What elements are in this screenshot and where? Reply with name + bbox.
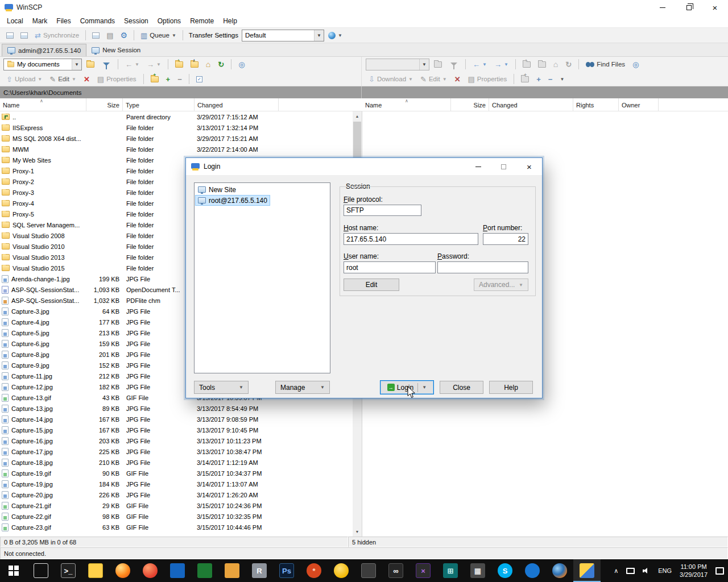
panel-layout2-button[interactable] xyxy=(18,29,31,41)
taskbar-app-yellow-button[interactable] xyxy=(328,559,355,582)
remote-path[interactable] xyxy=(362,86,728,98)
remote-root-directory-button[interactable] xyxy=(535,58,549,70)
synchronize-button[interactable]: ⇄ Synchronize xyxy=(32,29,82,41)
manage-button[interactable]: Manage ▼ xyxy=(275,381,330,394)
remote-new-directory-button[interactable]: + xyxy=(518,73,532,85)
taskbar-winscp-button[interactable] xyxy=(573,559,601,582)
session-tab-admin[interactable]: admin@217.65.5.140 xyxy=(2,44,86,56)
action-center-button[interactable] xyxy=(712,559,728,582)
tray-volume-button[interactable] xyxy=(639,559,654,582)
taskbar-skype-button[interactable]: S xyxy=(491,559,519,582)
local-new-directory-button[interactable]: + xyxy=(148,73,162,85)
file-row[interactable]: Capture-15.jpg167 KBJPG File3/13/2017 9:… xyxy=(0,425,353,435)
remote-selection-dropdown-button[interactable]: ▼ xyxy=(557,73,567,85)
local-path[interactable]: C:\Users\khark\Documents xyxy=(0,86,362,98)
remote-refresh-button[interactable]: ↻ xyxy=(562,58,574,70)
remote-select-button[interactable]: + xyxy=(533,73,544,85)
transfer-options-button[interactable]: ▼ xyxy=(325,29,345,41)
tray-display-button[interactable] xyxy=(622,559,639,582)
preferences-button[interactable]: ⚙ xyxy=(118,29,131,41)
tray-overflow-button[interactable]: ∧ xyxy=(610,559,622,582)
menu-remote[interactable]: Remote xyxy=(185,15,218,27)
local-header-name[interactable]: Name xyxy=(0,98,86,111)
remote-forward-button[interactable]: →▼ xyxy=(491,58,511,70)
taskbar-purple-x-app-button[interactable]: × xyxy=(410,559,437,582)
help-button[interactable]: Help xyxy=(489,381,533,394)
remote-header-owner[interactable]: Owner xyxy=(619,98,659,111)
file-protocol-value[interactable]: SFTP xyxy=(344,205,421,216)
local-refresh-button[interactable]: ↻ xyxy=(215,58,227,70)
remote-filter-button[interactable] xyxy=(446,58,461,70)
taskbar-remote-desktop-button[interactable]: ⊞ xyxy=(437,559,464,582)
transfer-settings-combo[interactable]: Default ▼ xyxy=(242,30,324,41)
taskbar-browser-red-button[interactable] xyxy=(136,559,164,582)
close-dialog-button[interactable]: Close xyxy=(440,381,483,394)
remote-add-bookmark-button[interactable]: ◎ xyxy=(630,58,642,70)
find-files-button[interactable]: Find Files xyxy=(583,58,628,70)
file-row[interactable]: Capture-13.jpg89 KBJPG File3/13/2017 8:5… xyxy=(0,403,353,414)
menu-commands[interactable]: Commands xyxy=(76,15,119,27)
local-select-button[interactable]: + xyxy=(163,73,173,85)
taskbar-photoshop-button[interactable]: Ps xyxy=(273,559,300,582)
scroll-up-icon[interactable]: ▲ xyxy=(353,111,362,121)
local-back-button[interactable]: ←▼ xyxy=(122,58,142,70)
taskbar-task-view-button[interactable] xyxy=(27,559,55,582)
remote-delete-button[interactable]: ✕ xyxy=(452,73,464,85)
taskbar-tool-app-button[interactable] xyxy=(355,559,382,582)
host-name-input[interactable] xyxy=(344,233,478,245)
file-row[interactable]: Capture-23.gif63 KBGIF File3/15/2017 10:… xyxy=(0,522,353,533)
taskbar-command-prompt-button[interactable]: >_ xyxy=(55,559,82,582)
file-row[interactable]: Capture-19.gif90 KBGIF File3/15/2017 10:… xyxy=(0,468,353,479)
file-row[interactable]: Capture-20.jpg226 KBJPG File3/14/2017 1:… xyxy=(0,489,353,500)
remote-parent-directory-button[interactable]: ↑ xyxy=(520,58,533,70)
local-home-directory-button[interactable]: ⌂ xyxy=(203,58,213,70)
file-row[interactable]: ..Parent directory3/29/2017 7:15:12 AM xyxy=(0,111,353,122)
remote-properties-button[interactable]: ▤ Properties xyxy=(465,73,510,85)
taskbar-infinity-app-button[interactable]: ∞ xyxy=(382,559,410,582)
console-button[interactable]: ▤ xyxy=(104,29,116,41)
local-filter-button[interactable] xyxy=(99,58,114,70)
file-row[interactable]: MS SQL 2008 X64 dist...File folder3/29/2… xyxy=(0,133,353,144)
file-row[interactable]: Capture-19.jpg184 KBJPG File3/14/2017 1:… xyxy=(0,479,353,489)
compare-button[interactable] xyxy=(89,29,102,41)
menu-help[interactable]: Help xyxy=(218,15,242,27)
site-list[interactable]: New Siteroot@217.65.5.140 xyxy=(194,182,330,373)
panel-layout-button[interactable] xyxy=(3,29,16,41)
taskbar-app-blue-button[interactable] xyxy=(164,559,191,582)
taskbar-writer-app-button[interactable] xyxy=(218,559,246,582)
file-row[interactable]: Capture-14.jpg167 KBJPG File3/13/2017 9:… xyxy=(0,414,353,425)
remote-home-directory-button[interactable]: ⌂ xyxy=(551,58,561,70)
dialog-maximize-button[interactable] xyxy=(491,158,516,175)
site-item[interactable]: root@217.65.5.140 xyxy=(195,195,270,206)
file-row[interactable]: Capture-21.gif29 KBGIF File3/15/2017 10:… xyxy=(0,500,353,511)
minimize-button[interactable] xyxy=(650,0,676,15)
local-delete-button[interactable]: ✕ xyxy=(81,73,93,85)
remote-header-changed[interactable]: Changed xyxy=(489,98,573,111)
remote-unselect-button[interactable]: − xyxy=(545,73,556,85)
file-row[interactable]: Capture-22.gif98 KBGIF File3/15/2017 10:… xyxy=(0,511,353,522)
menu-local[interactable]: Local xyxy=(2,15,28,27)
remote-edit-button[interactable]: ✎ Edit ▼ xyxy=(417,73,450,85)
local-header-size[interactable]: Size xyxy=(86,98,123,111)
port-number-input[interactable] xyxy=(483,233,528,245)
local-add-bookmark-button[interactable]: ◎ xyxy=(235,58,247,70)
user-name-input[interactable] xyxy=(344,261,436,273)
remote-back-button[interactable]: ←▼ xyxy=(470,58,490,70)
menu-session[interactable]: Session xyxy=(119,15,153,27)
taskbar-browser-orange-button[interactable] xyxy=(546,559,573,582)
start-button[interactable] xyxy=(0,559,27,582)
local-header-changed[interactable]: Changed xyxy=(195,98,279,111)
clock[interactable]: 11:00 PM 3/29/2017 xyxy=(676,559,712,582)
taskbar-app-green-button[interactable] xyxy=(191,559,218,582)
site-item[interactable]: New Site xyxy=(195,184,239,195)
taskbar-r-app-button[interactable]: R xyxy=(246,559,273,582)
file-row[interactable]: Capture-16.jpg203 KBJPG File3/13/2017 10… xyxy=(0,435,353,446)
local-root-directory-button[interactable]: / xyxy=(188,58,201,70)
advanced-button[interactable]: Advanced... ▼ xyxy=(474,278,528,291)
taskbar-burst-app-button[interactable]: * xyxy=(300,559,328,582)
dialog-minimize-button[interactable] xyxy=(465,158,491,175)
tools-button[interactable]: Tools ▼ xyxy=(194,381,249,394)
file-row[interactable]: Capture-18.jpg210 KBJPG File3/14/2017 1:… xyxy=(0,457,353,468)
restore-button[interactable] xyxy=(676,0,702,15)
file-row[interactable]: MWMFile folder3/22/2017 2:14:00 AM xyxy=(0,144,353,155)
